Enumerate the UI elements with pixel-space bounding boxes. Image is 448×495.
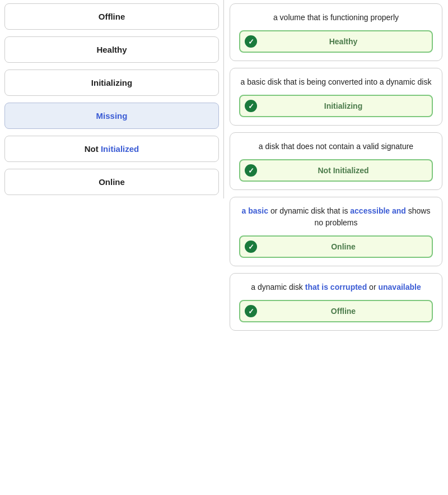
card-not-initialized-description: a disk that does not contain a valid sig… <box>239 141 433 152</box>
offline-desc-part3: or <box>367 283 378 292</box>
not-initialized-answer-label: Not Initialized <box>318 166 369 175</box>
card-offline: a dynamic disk that is corrupted or unav… <box>230 273 442 331</box>
left-panel: Offline Healthy Initializing Missing Not… <box>0 0 224 198</box>
card-offline-answer: Offline <box>239 300 433 322</box>
offline-desc-part4: unavailable <box>378 283 421 292</box>
healthy-label: Healthy <box>96 45 127 54</box>
online-desc-part2: or dynamic disk that is <box>268 206 350 215</box>
left-item-not-initialized[interactable]: Not Initialized <box>4 136 219 162</box>
right-panel: a volume that is functioning properly He… <box>224 0 448 334</box>
card-initializing-description: a basic disk that is being converted int… <box>239 76 433 88</box>
card-healthy-answer: Healthy <box>239 30 433 53</box>
missing-label: Missing <box>96 111 128 121</box>
card-initializing: a basic disk that is being converted int… <box>230 68 442 126</box>
initializing-label: Initializing <box>91 78 132 87</box>
left-item-online[interactable]: Online <box>4 169 219 195</box>
check-icon-initializing <box>245 100 257 112</box>
healthy-answer-label: Healthy <box>329 37 358 46</box>
left-item-missing[interactable]: Missing <box>4 103 219 129</box>
offline-answer-label: Offline <box>331 307 356 316</box>
left-item-initializing[interactable]: Initializing <box>4 70 219 96</box>
left-item-healthy[interactable]: Healthy <box>4 36 219 63</box>
not-initialized-label-part1: Not <box>85 144 101 154</box>
card-not-initialized: a disk that does not contain a valid sig… <box>230 132 442 190</box>
offline-label: Offline <box>99 12 125 21</box>
card-healthy-description: a volume that is functioning properly <box>239 12 433 24</box>
card-offline-description: a dynamic disk that is corrupted or unav… <box>239 281 433 293</box>
check-icon-healthy <box>245 35 257 48</box>
offline-desc-part2: that is corrupted <box>305 283 367 292</box>
card-online-answer: Online <box>239 235 433 258</box>
online-desc-part1: a basic <box>242 206 268 215</box>
not-initialized-label-part2: Initialized <box>101 144 139 154</box>
card-healthy: a volume that is functioning properly He… <box>230 3 442 61</box>
check-icon-offline <box>245 305 257 317</box>
card-not-initialized-answer: Not Initialized <box>239 159 433 182</box>
initializing-answer-label: Initializing <box>324 101 362 110</box>
online-label: Online <box>99 177 125 187</box>
online-answer-label: Online <box>331 242 356 251</box>
card-online: a basic or dynamic disk that is accessib… <box>230 197 442 266</box>
online-desc-part3: accessible and <box>350 206 406 215</box>
offline-desc-part1: a dynamic disk <box>251 283 305 292</box>
check-icon-online <box>245 240 257 253</box>
card-initializing-answer: Initializing <box>239 95 433 117</box>
card-online-description: a basic or dynamic disk that is accessib… <box>239 205 433 229</box>
left-item-offline[interactable]: Offline <box>4 3 219 30</box>
check-icon-not-initialized <box>245 164 257 177</box>
